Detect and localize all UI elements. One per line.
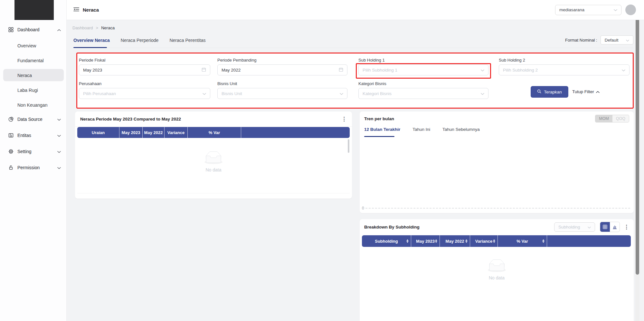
sidebar-item-label: Entitas [17,133,31,138]
more-options-icon[interactable]: ⋮ [341,116,347,122]
chevron-down-icon [481,68,484,73]
sidebar-item-data-source[interactable]: Data Source [0,113,67,125]
view-toggle-group [600,222,620,232]
filter-label-sub-holding-2: Sub Holding 2 [499,58,525,63]
sidebar-item-non-keuangan[interactable]: Non Keuangan [17,102,47,108]
search-icon [537,89,541,94]
filter-label-periode-fiskal: Periode Fiskal [79,58,105,63]
tren-tab-12-bulan[interactable]: 12 Bulan Terakhir [364,127,400,132]
sub-holding-2-placeholder: Pilih Subholding 2 [503,68,538,73]
terapkan-label: Terapkan [544,90,562,94]
scrollbar-thumb[interactable] [636,2,639,275]
column-header-spacer [241,127,350,138]
kategori-bisnis-placeholder: Kategori Bisnis [363,91,392,96]
column-header-may-2022: May 2022 [143,127,165,138]
dashboard-grid-icon [8,27,14,32]
periode-fiskal-value: May 2023 [83,68,102,73]
column-header-subholding[interactable]: Subholding [362,235,411,247]
sidebar-item-neraca[interactable]: Neraca [17,73,32,78]
breakdown-table-header: Subholding May 2023 May 2022 Variance % … [362,235,631,247]
filter-label-periode-pembanding: Periode Pembanding [217,58,256,63]
sidebar-item-setting[interactable]: Setting [0,146,67,157]
periode-pembanding-input[interactable]: May 2022 [217,64,347,75]
sidebar-item-label: Setting [17,149,32,154]
column-header-variance[interactable]: Variance [470,235,498,247]
app-logo [14,0,54,20]
sidebar-item-label: Dashboard [17,27,40,32]
chevron-up-icon [57,27,61,32]
tab-neraca-perentitas[interactable]: Neraca Perentitas [169,38,205,43]
user-avatar[interactable] [625,5,636,15]
perusahaan-select[interactable]: Pilih Perusahaan [79,88,210,99]
y-axis-zero-label: 0 [362,206,364,210]
app-root: Dashboard Overview Fundamental Neraca La… [0,0,644,321]
format-nominal: Format Nominal : Default [565,35,633,44]
chevron-down-icon [340,91,343,96]
mom-qoq-toggle: MOM QOQ [595,115,629,122]
sidebar-item-dashboard[interactable]: Dashboard [0,24,67,35]
tren-tab-tahun-ini[interactable]: Tahun Ini [412,127,430,132]
sidebar-item-overview[interactable]: Overview [17,43,36,48]
breadcrumb-root[interactable]: Dashboard [72,25,93,30]
breakdown-subholding-select[interactable]: Subholding [554,222,595,232]
menu-fold-icon[interactable] [73,7,80,13]
zero-gridline [365,208,630,209]
sub-holding-2-select[interactable]: Pilih Subholding 2 [499,64,630,75]
sidebar-item-label: Data Source [17,117,43,122]
column-header-pct-var[interactable]: % Var [498,235,547,247]
periode-fiskal-input[interactable]: May 2023 [79,64,210,75]
breakdown-card: Breakdown By Subholding Subholding ⋮ Sub… [360,219,634,321]
format-nominal-label: Format Nominal : [565,38,597,43]
neraca-table-header: Uraian May 2023 May 2022 Variance % Var [77,127,350,138]
sidebar-item-fundamental[interactable]: Fundamental [17,58,44,63]
bisnis-unit-select[interactable]: Bisnis Unit [217,88,347,99]
empty-inbox-icon [487,259,507,273]
format-nominal-select[interactable]: Default [601,35,633,44]
page-title: Neraca [83,7,99,13]
format-nominal-value: Default [605,38,619,43]
table-scrollbar[interactable] [348,139,349,153]
periode-pembanding-value: May 2022 [222,68,241,73]
tren-tabs: 12 Bulan Terakhir Tahun Ini Tahun Sebelu… [360,126,634,132]
tab-overview-neraca[interactable]: Overview Neraca [73,38,110,43]
workspace-select[interactable]: mediasarana [555,5,621,15]
empty-inbox-icon [203,151,224,165]
tab-neraca-perperiode[interactable]: Neraca Perperiode [121,38,159,43]
sidebar-item-laba-rugi[interactable]: Laba Rugi [17,88,38,93]
tutup-filter-link[interactable]: Tutup Filter [572,89,600,94]
chevron-down-icon [57,149,61,154]
workspace-select-value: mediasarana [559,7,584,12]
chevron-down-icon [588,225,591,229]
sub-holding-1-placeholder: Pilih Subholding 1 [363,68,397,73]
chevron-down-icon [622,68,625,73]
sidebar-item-permission[interactable]: Permission [0,162,67,173]
sidebar: Dashboard Overview Fundamental Neraca La… [0,0,67,321]
column-header-may-2022[interactable]: May 2022 [440,235,470,247]
toggle-mom[interactable]: MOM [595,115,612,122]
tren-per-bulan-card: Tren per bulan MOM QOQ 12 Bulan Terakhir… [360,112,634,213]
empty-text: No data [205,167,221,172]
calendar-icon [339,67,343,73]
column-header-pct-var: % Var [188,127,241,138]
neraca-empty-state: No data [75,151,352,172]
tren-active-tab-underline [364,136,394,137]
empty-text: No data [489,275,505,280]
sidebar-item-entitas[interactable]: Entitas [0,130,67,141]
tren-tab-tahun-sebelumnya[interactable]: Tahun Sebelumnya [442,127,480,132]
toggle-qoq[interactable]: QOQ [612,115,629,122]
sub-holding-1-select[interactable]: Pilih Subholding 1 [358,64,488,75]
lock-icon [8,165,14,170]
breadcrumb: Dashboard > Neraca [72,25,115,30]
chevron-down-icon [203,91,206,96]
table-view-icon[interactable] [600,222,610,232]
more-options-icon[interactable]: ⋮ [624,224,629,230]
kategori-bisnis-select[interactable]: Kategori Bisnis [358,88,488,99]
breakdown-select-placeholder: Subholding [558,225,580,229]
table-footer-divider [77,193,350,193]
column-header-may-2023[interactable]: May 2023 [411,235,440,247]
terapkan-button[interactable]: Terapkan [531,86,568,98]
chevron-up-icon [596,89,600,94]
chart-view-icon[interactable] [610,222,620,232]
main-tabs: Overview Neraca Neraca Perperiode Neraca… [73,38,205,43]
perusahaan-placeholder: Pilih Perusahaan [83,91,116,96]
